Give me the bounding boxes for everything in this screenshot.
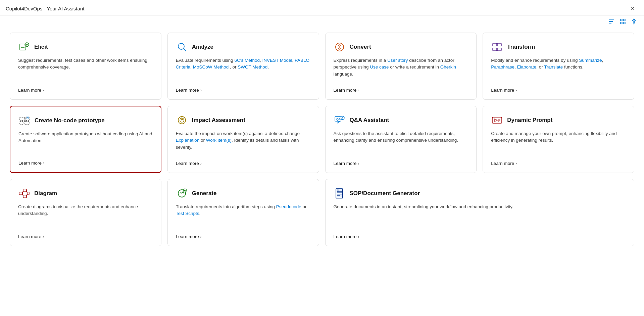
svg-point-16 (336, 43, 344, 51)
card-generate-header: Generate (176, 187, 311, 199)
card-transform-title: Transform (507, 44, 535, 50)
chevron-icon: › (43, 234, 44, 239)
pin-icon[interactable] (631, 18, 637, 27)
chevron-icon: › (200, 161, 202, 166)
svg-rect-3 (621, 19, 622, 21)
card-generate: Generate Translate requirements into alg… (167, 179, 319, 246)
window-controls: ✕ (627, 4, 638, 13)
card-analyze-body: Evaluate requirements using 6C's Method,… (176, 57, 311, 82)
card-transform-body: Modify and enhance requirements by using… (491, 57, 626, 82)
elicit-icon (18, 41, 30, 53)
svg-rect-4 (624, 19, 625, 21)
chevron-icon: › (515, 88, 517, 93)
svg-rect-18 (493, 43, 497, 46)
card-create-nocode-header: AI Create No-code prototype (18, 115, 153, 127)
link-pseudocode[interactable]: Pseudocode (276, 204, 301, 209)
svg-rect-24 (20, 117, 24, 121)
card-elicit-body: Suggest requirements, test cases and oth… (18, 57, 153, 82)
impact-assessment-icon (176, 114, 188, 126)
impact-learn-more[interactable]: Learn more › (176, 161, 311, 166)
svg-point-38 (342, 119, 343, 120)
chevron-icon: › (43, 88, 44, 93)
link-elaborate[interactable]: Elaborate (517, 64, 537, 70)
convert-icon (334, 41, 346, 53)
link-swot[interactable]: SWOT Method (238, 64, 267, 70)
card-create-nocode-body: Create software application prototypes w… (18, 131, 153, 155)
create-nocode-learn-more[interactable]: Learn more › (18, 161, 153, 166)
settings-icon[interactable] (620, 18, 626, 27)
card-diagram-title: Diagram (34, 190, 57, 197)
svg-rect-6 (624, 22, 625, 24)
svg-rect-20 (493, 48, 497, 51)
chevron-icon: › (358, 161, 359, 166)
card-impact-assessment-header: Impact Assessment (176, 114, 311, 126)
link-paraphrase[interactable]: Paraphrase (491, 64, 514, 70)
card-elicit-header: Elicit (18, 41, 153, 53)
qa-assistant-icon: Q&A (334, 114, 346, 126)
svg-line-49 (22, 193, 23, 196)
elicit-learn-more[interactable]: Learn more › (18, 88, 153, 93)
card-qa-assistant: Q&A Q&A Assistant Ask questions to the a… (325, 106, 477, 173)
card-analyze: Analyze Evaluate requirements using 6C's… (167, 33, 319, 100)
sop-icon (334, 187, 346, 199)
card-create-nocode: AI Create No-code prototype Create softw… (10, 106, 161, 173)
card-transform: Transform Modify and enhance requirement… (483, 33, 634, 100)
card-transform-header: Transform (491, 41, 626, 53)
toolbar (0, 15, 644, 29)
diagram-learn-more[interactable]: Learn more › (18, 234, 153, 239)
chevron-icon: › (43, 161, 44, 166)
sop-learn-more[interactable]: Learn more › (334, 234, 626, 239)
link-moscow[interactable]: MoSCoW Method (193, 64, 229, 70)
svg-marker-40 (495, 119, 497, 122)
filter-icon[interactable] (608, 18, 615, 26)
svg-rect-21 (497, 48, 501, 51)
link-translate[interactable]: Translate (544, 64, 563, 70)
svg-rect-19 (497, 43, 501, 46)
convert-learn-more[interactable]: Learn more › (334, 88, 468, 93)
dynamic-prompt-learn-more[interactable]: Learn more › (491, 161, 626, 166)
analyze-learn-more[interactable]: Learn more › (176, 88, 311, 93)
card-dynamic-prompt-title: Dynamic Prompt (507, 117, 552, 124)
link-user-story[interactable]: User story (387, 58, 408, 63)
card-convert-header: Convert (334, 41, 468, 53)
card-elicit: Elicit Suggest requirements, test cases … (10, 33, 161, 100)
svg-rect-27 (24, 122, 29, 124)
main-content: Elicit Suggest requirements, test cases … (0, 29, 644, 312)
svg-rect-47 (27, 192, 29, 195)
transform-learn-more[interactable]: Learn more › (491, 88, 626, 93)
svg-line-51 (27, 193, 27, 196)
link-explanation[interactable]: Explanation (176, 138, 200, 143)
link-work-item[interactable]: Work item(s) (206, 138, 232, 143)
link-test-scripts[interactable]: Test Scripts (176, 211, 199, 216)
qa-learn-more[interactable]: Learn more › (334, 161, 468, 166)
svg-text:AI: AI (27, 116, 29, 119)
diagram-icon (18, 187, 30, 199)
transform-icon (491, 41, 503, 53)
link-6cs[interactable]: 6C's Method (235, 58, 260, 63)
link-invest[interactable]: INVEST Model (262, 58, 292, 63)
card-sop-body: Generate documents in an instant, stream… (334, 204, 626, 229)
generate-icon (176, 187, 188, 199)
link-gherkin[interactable]: Gherkin (440, 64, 456, 70)
close-button[interactable]: ✕ (627, 4, 638, 13)
card-create-nocode-title: Create No-code prototype (35, 117, 105, 124)
card-analyze-title: Analyze (192, 44, 213, 50)
card-diagram: Diagram Create diagrams to visualize the… (10, 179, 161, 246)
chevron-icon: › (358, 234, 359, 239)
dynamic-prompt-icon (491, 114, 503, 126)
card-qa-header: Q&A Q&A Assistant (334, 114, 468, 126)
card-qa-title: Q&A Assistant (350, 117, 389, 124)
svg-line-48 (22, 190, 23, 193)
card-grid: Elicit Suggest requirements, test cases … (10, 33, 634, 246)
link-summarize[interactable]: Summarize (579, 58, 602, 63)
window-title: Copilot4DevOps - Your AI Assistant (6, 6, 84, 11)
svg-rect-45 (23, 189, 27, 192)
card-convert: Convert Express requirements in a User s… (325, 33, 477, 100)
card-generate-body: Translate requirements into algorithm st… (176, 204, 311, 229)
svg-rect-46 (23, 195, 27, 198)
generate-learn-more[interactable]: Learn more › (176, 234, 311, 239)
chevron-icon: › (515, 161, 517, 166)
analyze-icon (176, 41, 188, 53)
svg-point-14 (178, 43, 184, 49)
link-use-case[interactable]: Use case (370, 64, 389, 70)
